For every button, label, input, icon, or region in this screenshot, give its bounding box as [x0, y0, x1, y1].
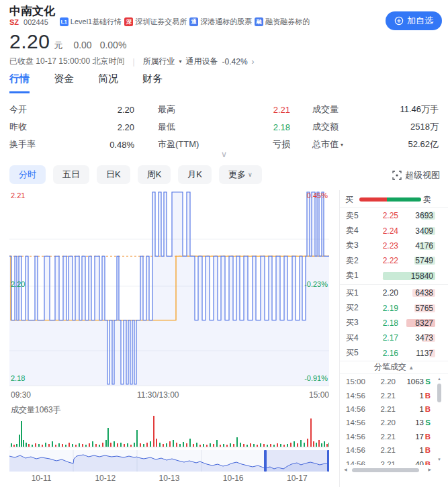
level-volume: 3409	[398, 226, 433, 236]
bid-row-买4[interactable]: 买42.173473	[340, 330, 448, 345]
level-name: 卖1	[346, 270, 366, 281]
volume-number: 3693	[415, 211, 433, 220]
ask-row-卖5[interactable]: 卖52.253693	[340, 208, 448, 223]
tab-quote[interactable]: 行情	[9, 73, 30, 93]
scroll-left-icon[interactable]: ◀	[344, 467, 347, 473]
tick-price: 2.21	[369, 405, 396, 413]
tick-time: 14:56	[346, 446, 369, 454]
industry-pct: -0.42%	[222, 57, 248, 67]
chart-navigator[interactable]	[9, 450, 329, 472]
stat-row: 最低2.18	[158, 118, 290, 136]
tick-row[interactable]: 14:562.2013S	[340, 416, 448, 429]
stats-column: 最高2.21最低2.18市盈(TTM)亏损	[158, 101, 290, 153]
axis-pct-mid: -0.23%	[304, 281, 328, 288]
super-view-button[interactable]: 超级视图	[392, 169, 440, 181]
bid-row-买1[interactable]: 买12.206438	[340, 285, 448, 300]
period-tab-周K[interactable]: 周K	[138, 165, 171, 184]
volume-number: 4176	[415, 241, 433, 251]
period-tab-五日[interactable]: 五日	[53, 165, 89, 184]
time-midday: 11:30/13:00	[137, 390, 179, 400]
level-price: 2.17	[366, 333, 398, 343]
period-tab-更多[interactable]: 更多∨	[219, 165, 262, 184]
tab-financials[interactable]: 财务	[142, 73, 163, 93]
price-chart-canvas[interactable]	[9, 191, 329, 387]
volume-number: 3473	[415, 333, 433, 343]
vertical-scroll-thumb[interactable]	[437, 384, 441, 402]
badge-row: SZ 002445 L1Level1基础行情深深圳证券交易所通深港通标的股票融融…	[9, 17, 310, 27]
horizontal-scroll-thumb[interactable]	[352, 468, 419, 472]
industry-name[interactable]: 通用设备	[186, 56, 218, 67]
tick-price: 2.21	[369, 433, 396, 441]
chevron-down-icon: ∨	[248, 171, 253, 178]
level-volume: 15840	[398, 271, 433, 281]
chevron-right-icon: ›	[252, 57, 255, 67]
ask-row-卖4[interactable]: 卖42.243409	[340, 223, 448, 238]
period-label: 分时	[19, 169, 36, 181]
add-watchlist-label: 加自选	[407, 15, 433, 27]
time-open: 09:30	[11, 390, 31, 400]
stock-tag-badge: 深深圳证券交易所	[124, 17, 187, 27]
tick-row[interactable]: 14:562.2140B	[340, 457, 448, 465]
volume-chart-canvas[interactable]	[9, 415, 329, 447]
tick-price: 2.20	[369, 378, 396, 386]
level-name: 卖5	[346, 210, 366, 222]
level-price: 2.24	[366, 226, 398, 236]
tick-row[interactable]: 14:562.211B	[340, 443, 448, 457]
tick-row[interactable]: 15:002.201063S	[340, 375, 448, 388]
industry-label[interactable]: 所属行业	[143, 56, 175, 67]
stat-label: 今开	[9, 103, 27, 116]
level-volume: 3473	[398, 333, 433, 343]
level-volume: 5765	[398, 304, 433, 313]
intraday-chart[interactable]: 2.21 0.45% 2.20 -0.23% 2.18 -0.91%	[9, 191, 329, 387]
market-status-row: 已收盘 10-17 15:00:00 北京时间 | 所属行业 ▾ 通用设备 -0…	[9, 56, 255, 67]
stat-value: 2.21	[273, 105, 290, 115]
stats-column: 成交量11.46万手成交额2518万总市值▾52.62亿	[312, 101, 439, 153]
period-label: 更多	[228, 169, 246, 181]
tab-profile[interactable]: 简况	[98, 73, 118, 93]
tick-row[interactable]: 14:562.211B	[340, 388, 448, 402]
scroll-up-icon[interactable]: ▲	[437, 376, 442, 382]
order-panel: 买 卖 卖52.253693卖42.243409卖32.234176卖22.22…	[339, 190, 448, 487]
tick-volume: 1	[396, 392, 424, 400]
bid-row-买2[interactable]: 买22.195765	[340, 300, 448, 315]
add-watchlist-button[interactable]: 加自选	[386, 11, 442, 30]
time-close: 15:00	[309, 390, 329, 400]
tick-row[interactable]: 14:562.2117B	[340, 430, 448, 443]
navigator-date: 10-11	[9, 474, 73, 483]
period-tab-日K[interactable]: 日K	[97, 165, 130, 184]
divider: |	[132, 57, 134, 67]
expand-stats-chevron[interactable]: ∨	[0, 149, 448, 159]
sort-up-icon: ▲	[408, 365, 414, 371]
tick-volume: 13	[396, 418, 424, 427]
bid-row-买5[interactable]: 买52.161137	[340, 346, 448, 361]
ask-row-卖3[interactable]: 卖32.234176	[340, 238, 448, 253]
tick-row[interactable]: 14:562.211B	[340, 402, 448, 416]
price-change: 0.00	[73, 40, 91, 50]
tick-list-vertical-scrollbar[interactable]: ▲ ▼	[437, 376, 442, 462]
badge-icon: 融	[255, 17, 263, 26]
tick-list: 15:002.201063S14:562.211B14:562.211B14:5…	[340, 375, 448, 465]
stat-value: 2.20	[118, 105, 134, 115]
stock-tag-badge: 通深港通标的股票	[189, 17, 252, 27]
period-label: 月K	[187, 169, 202, 181]
period-tab-月K[interactable]: 月K	[178, 165, 212, 184]
caret-down-icon: ▾	[179, 58, 182, 64]
volume-number: 5749	[415, 256, 433, 265]
ask-row-卖2[interactable]: 卖22.225749	[340, 253, 448, 268]
tick-list-horizontal-scrollbar[interactable]: ◀ ▶	[344, 467, 431, 473]
level-volume: 8327	[398, 318, 433, 328]
tick-side: B	[424, 460, 431, 465]
period-tab-分时[interactable]: 分时	[9, 165, 46, 184]
level-name: 买3	[346, 317, 366, 328]
scroll-right-icon[interactable]: ▶	[428, 467, 431, 473]
badge-label: Level1基础行情	[71, 17, 122, 27]
caret-down-icon[interactable]: ▾	[341, 142, 343, 148]
stat-value: 0.48%	[109, 140, 134, 150]
tick-list-header[interactable]: 分笔成交 ▲	[340, 361, 448, 374]
scroll-down-icon[interactable]: ▼	[437, 457, 442, 462]
tab-funds[interactable]: 资金	[54, 73, 74, 93]
stat-label: 昨收	[9, 121, 27, 133]
ask-row-卖1[interactable]: 卖12.2115840	[340, 269, 448, 283]
volume-number: 6438	[415, 288, 433, 298]
bid-row-买3[interactable]: 买32.188327	[340, 316, 448, 330]
